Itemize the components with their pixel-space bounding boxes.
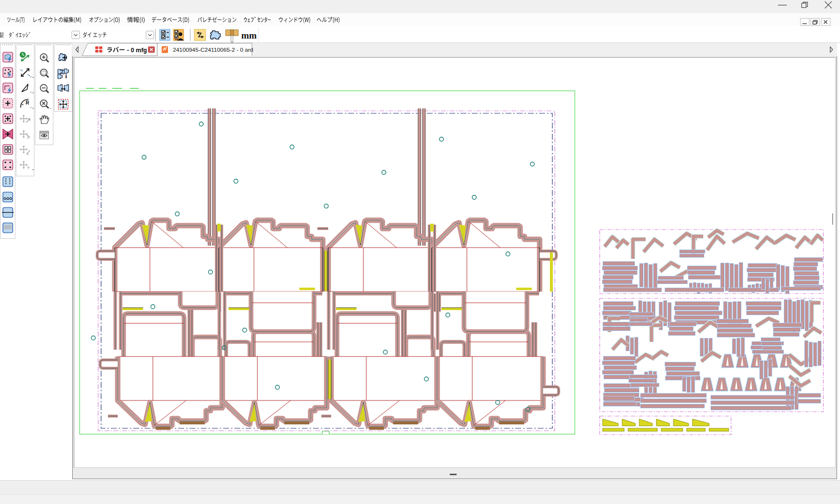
svg-text:mm: mm xyxy=(241,30,257,41)
svg-text:- 0 mfg: - 0 mfg xyxy=(127,47,147,54)
svg-text:R: R xyxy=(26,100,30,105)
svg-text:24100945-C24110065-2 - 0 ard: 24100945-C24110065-2 - 0 ard xyxy=(173,46,253,53)
svg-text:i: i xyxy=(65,72,67,80)
